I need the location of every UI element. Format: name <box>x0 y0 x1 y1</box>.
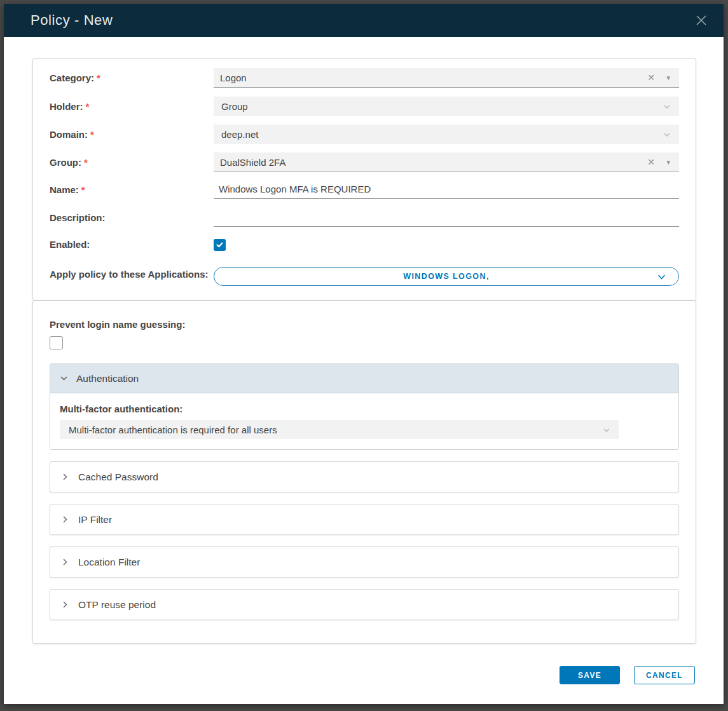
clear-icon[interactable]: ✕ <box>647 157 655 167</box>
cached-password-section-title: Cached Password <box>78 471 158 483</box>
chevron-down-icon <box>663 130 671 139</box>
location-filter-section-title: Location Filter <box>78 557 140 568</box>
policy-fields-card: Category:* Logon ✕ ▾ Holder:* Group <box>32 58 696 301</box>
holder-value: Group <box>221 101 248 112</box>
holder-row: Holder:* Group <box>50 97 679 116</box>
otp-reuse-period-section-header[interactable]: OTP reuse period <box>50 589 679 620</box>
caret-down-icon[interactable]: ▾ <box>666 74 670 82</box>
ip-filter-section-header[interactable]: IP Filter <box>50 504 679 535</box>
name-row: Name:* <box>50 181 679 199</box>
authentication-section: Authentication Multi-factor authenticati… <box>50 363 679 450</box>
holder-select[interactable]: Group <box>214 97 679 116</box>
name-label: Name:* <box>50 182 214 198</box>
group-row: Group:* DualShield 2FA ✕ ▾ <box>50 152 679 172</box>
name-input[interactable] <box>214 181 679 199</box>
prevent-login-label: Prevent login name guessing: <box>50 319 679 330</box>
enabled-checkbox[interactable] <box>214 239 226 251</box>
domain-row: Domain:* deep.net <box>50 125 679 144</box>
mfa-value: Multi-factor authentication is required … <box>69 424 277 435</box>
description-label: Description: <box>50 210 214 226</box>
required-asterisk: * <box>86 101 90 112</box>
authentication-section-title: Authentication <box>76 373 139 384</box>
required-asterisk: * <box>84 157 88 168</box>
chevron-down-icon <box>602 426 611 435</box>
modal-header: Policy - New <box>4 4 724 37</box>
required-asterisk: * <box>90 129 94 140</box>
domain-value: deep.net <box>221 129 258 140</box>
group-value: DualShield 2FA <box>220 157 285 168</box>
mfa-label: Multi-factor authentication: <box>60 403 669 414</box>
cached-password-section-header[interactable]: Cached Password <box>50 461 679 492</box>
required-asterisk: * <box>97 72 100 83</box>
mfa-select[interactable]: Multi-factor authentication is required … <box>60 420 619 439</box>
holder-label: Holder:* <box>50 99 214 114</box>
ip-filter-section-title: IP Filter <box>78 514 112 525</box>
group-label: Group:* <box>50 155 214 170</box>
category-value: Logon <box>220 72 247 83</box>
description-row: Description: <box>50 209 679 227</box>
enabled-label: Enabled: <box>50 237 214 252</box>
prevent-login-checkbox[interactable] <box>50 336 63 349</box>
caret-down-icon[interactable]: ▾ <box>666 158 670 166</box>
category-label: Category:* <box>50 71 214 86</box>
chevron-down-icon <box>663 102 671 111</box>
domain-label: Domain:* <box>50 127 214 142</box>
authentication-section-body: Multi-factor authentication: Multi-facto… <box>50 393 678 449</box>
applications-row: Apply policy to these Applications: WIND… <box>50 267 679 286</box>
chevron-right-icon <box>60 472 70 482</box>
close-icon[interactable] <box>693 12 710 29</box>
applications-value: WINDOWS LOGON, <box>403 272 490 281</box>
domain-select[interactable]: deep.net <box>214 125 679 144</box>
required-asterisk: * <box>81 184 85 195</box>
cancel-button[interactable]: CANCEL <box>634 666 695 684</box>
chevron-right-icon <box>60 557 70 567</box>
modal-footer: SAVE CANCEL <box>560 666 695 684</box>
chevron-right-icon <box>60 600 70 609</box>
applications-label: Apply policy to these Applications: <box>50 267 214 282</box>
category-combobox[interactable]: Logon ✕ ▾ <box>214 68 679 88</box>
enabled-row: Enabled: <box>50 237 679 252</box>
modal-body: Category:* Logon ✕ ▾ Holder:* Group <box>4 37 724 704</box>
policy-options-card: Prevent login name guessing: Authenticat… <box>32 301 696 644</box>
chevron-down-icon <box>657 274 666 281</box>
group-combobox[interactable]: DualShield 2FA ✕ ▾ <box>214 152 679 172</box>
checkmark-icon <box>216 241 224 249</box>
chevron-right-icon <box>60 515 70 524</box>
authentication-section-header[interactable]: Authentication <box>50 364 678 393</box>
policy-new-modal: Policy - New Category:* Logon ✕ ▾ Holder… <box>4 4 724 704</box>
applications-dropdown[interactable]: WINDOWS LOGON, <box>214 267 679 286</box>
location-filter-section-header[interactable]: Location Filter <box>50 546 679 578</box>
chevron-down-icon <box>59 374 69 383</box>
otp-reuse-period-section-title: OTP reuse period <box>78 599 156 611</box>
description-input[interactable] <box>214 209 679 227</box>
category-row: Category:* Logon ✕ ▾ <box>50 68 679 88</box>
modal-title: Policy - New <box>31 12 693 29</box>
save-button[interactable]: SAVE <box>560 666 620 684</box>
clear-icon[interactable]: ✕ <box>647 72 655 83</box>
